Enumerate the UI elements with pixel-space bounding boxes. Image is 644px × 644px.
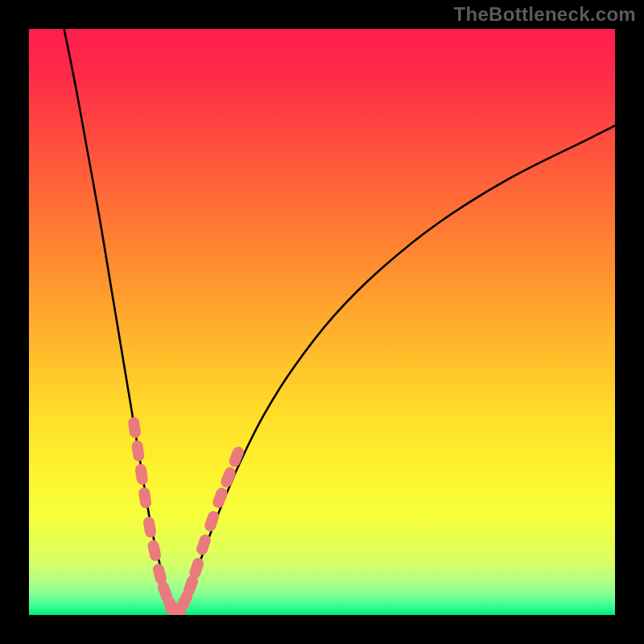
plot-area [29, 29, 615, 615]
marker-point [138, 486, 152, 509]
chart-frame: TheBottleneck.com [0, 0, 644, 644]
marker-point [131, 440, 146, 462]
watermark-label: TheBottleneck.com [454, 3, 636, 26]
marker-point [134, 463, 149, 485]
marker-point [127, 416, 142, 439]
series-left-branch [64, 29, 175, 612]
chart-canvas [29, 29, 615, 615]
marker-point [211, 486, 229, 510]
marker-point [147, 539, 162, 562]
marker-point [219, 465, 237, 489]
marker-point [142, 516, 157, 539]
highlight-markers [127, 416, 246, 615]
series-right-branch [179, 126, 615, 612]
